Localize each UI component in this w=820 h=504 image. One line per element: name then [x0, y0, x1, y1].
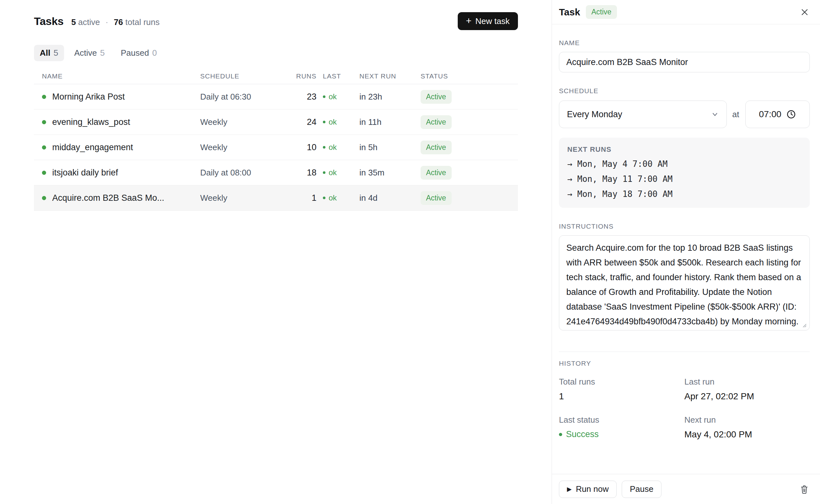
table-row[interactable]: Morning Arika Post Daily at 06:30 23 ok …	[34, 84, 518, 110]
tab-active-label: Active	[74, 48, 97, 58]
tab-paused[interactable]: Paused 0	[115, 45, 163, 61]
status-badge: Active	[421, 166, 452, 180]
total-runs-count: 76	[114, 17, 123, 27]
summary-separator: ·	[105, 17, 108, 27]
task-schedule: Weekly	[200, 193, 295, 203]
table-row[interactable]: evening_klaws_post Weekly 24 ok in 11h A…	[34, 110, 518, 135]
column-header-runs: RUNS	[295, 72, 316, 80]
close-icon	[800, 8, 809, 17]
page-title: Tasks	[34, 15, 63, 28]
trash-icon	[800, 484, 809, 494]
task-schedule: Daily at 06:30	[200, 92, 295, 102]
new-task-label: New task	[475, 16, 510, 26]
active-label: active	[78, 17, 100, 27]
pause-label: Pause	[630, 484, 654, 494]
next-runs-label: NEXT RUNS	[567, 145, 801, 154]
instructions-wrap: Search Acquire.com for the top 10 broad …	[559, 235, 810, 330]
task-next-run: in 23h	[359, 92, 421, 102]
table-header: NAME SCHEDULE RUNS LAST NEXT RUN STATUS	[34, 68, 518, 84]
column-header-next-run: NEXT RUN	[359, 72, 421, 80]
instructions-textarea[interactable]: Search Acquire.com for the top 10 broad …	[559, 235, 810, 330]
ok-dot-icon	[323, 121, 325, 123]
table-row[interactable]: midday_engagement Weekly 10 ok in 5h Act…	[34, 135, 518, 160]
panel-title: Task	[559, 7, 580, 18]
delete-button[interactable]	[798, 483, 810, 496]
app: Tasks 5 active · 76 total runs + New tas…	[0, 0, 820, 504]
task-name: itsjoaki daily brief	[52, 168, 118, 178]
new-task-button[interactable]: + New task	[458, 12, 518, 30]
success-dot-icon	[559, 433, 562, 436]
task-name-value: Acquire.com B2B SaaS Monitor	[566, 57, 688, 67]
panel-actions: ▶ Run now Pause	[552, 474, 820, 504]
chevron-down-icon	[711, 110, 719, 118]
schedule-field-label: SCHEDULE	[559, 87, 810, 95]
next-run-item: → Mon, May 11 7:00 AM	[567, 174, 801, 184]
close-button[interactable]	[799, 6, 810, 18]
task-runs: 23	[295, 92, 316, 102]
at-label: at	[732, 110, 739, 119]
schedule-select[interactable]: Every Monday	[559, 101, 727, 128]
task-runs: 24	[295, 117, 316, 127]
next-run-label: Next run	[685, 415, 810, 425]
task-status-dot-icon	[42, 145, 46, 150]
tab-paused-label: Paused	[121, 48, 149, 58]
task-name: evening_klaws_post	[52, 117, 130, 127]
resize-grip-icon[interactable]	[802, 323, 807, 328]
task-status-dot-icon	[42, 196, 46, 200]
column-header-schedule: SCHEDULE	[200, 72, 295, 80]
task-runs: 1	[295, 193, 316, 203]
history-total-runs: Total runs 1	[559, 377, 685, 402]
task-detail-panel: Task Active NAME Acquire.com B2B SaaS Mo…	[552, 0, 820, 504]
status-badge: Active	[421, 115, 452, 129]
time-value: 07:00	[759, 109, 781, 119]
play-icon: ▶	[567, 486, 572, 492]
schedule-row: Every Monday at 07:00	[559, 101, 810, 128]
last-status-value: Success	[566, 429, 599, 439]
task-runs: 10	[295, 142, 316, 152]
task-name: Acquire.com B2B SaaS Mo...	[52, 193, 164, 203]
table-row-selected[interactable]: Acquire.com B2B SaaS Mo... Weekly 1 ok i…	[34, 185, 518, 211]
status-badge: Active	[421, 90, 452, 104]
table-row[interactable]: itsjoaki daily brief Daily at 08:00 18 o…	[34, 160, 518, 185]
ok-dot-icon	[323, 146, 325, 149]
task-next-run: in 5h	[359, 142, 421, 152]
column-header-name: NAME	[42, 72, 200, 80]
ok-dot-icon	[323, 95, 325, 98]
task-next-run: in 4d	[359, 193, 421, 203]
task-last-status: ok	[329, 168, 337, 177]
filter-tabs: All 5 Active 5 Paused 0	[34, 45, 518, 61]
history-last-run: Last run Apr 27, 02:02 PM	[685, 377, 810, 402]
tasks-summary: 5 active · 76 total runs	[71, 17, 159, 27]
tab-active[interactable]: Active 5	[69, 45, 110, 61]
run-now-label: Run now	[576, 484, 609, 494]
time-input[interactable]: 07:00	[745, 101, 810, 128]
task-name-input[interactable]: Acquire.com B2B SaaS Monitor	[559, 52, 810, 72]
instructions-field-label: INSTRUCTIONS	[559, 223, 810, 230]
column-header-last: LAST	[316, 72, 359, 80]
pause-button[interactable]: Pause	[622, 481, 662, 498]
run-now-button[interactable]: ▶ Run now	[559, 481, 617, 498]
task-name: midday_engagement	[52, 142, 133, 152]
task-next-run: in 11h	[359, 117, 421, 127]
total-runs-label: total runs	[125, 17, 159, 27]
history-last-status: Last status Success	[559, 415, 685, 440]
task-schedule: Weekly	[200, 142, 295, 152]
last-status-label: Last status	[559, 415, 685, 425]
schedule-select-value: Every Monday	[567, 110, 622, 119]
tasks-table: NAME SCHEDULE RUNS LAST NEXT RUN STATUS …	[34, 68, 518, 211]
tab-all[interactable]: All 5	[34, 45, 64, 61]
task-last-status: ok	[329, 193, 337, 202]
task-last-status: ok	[329, 118, 337, 126]
plus-icon: +	[466, 16, 472, 26]
total-runs-value: 1	[559, 391, 685, 402]
main-header: Tasks 5 active · 76 total runs + New tas…	[34, 12, 518, 30]
task-runs: 18	[295, 168, 316, 178]
ok-dot-icon	[323, 171, 325, 174]
panel-header: Task Active	[552, 0, 820, 24]
task-schedule: Daily at 08:00	[200, 168, 295, 178]
next-run-item: → Mon, May 18 7:00 AM	[567, 189, 801, 199]
tasks-main: Tasks 5 active · 76 total runs + New tas…	[0, 0, 552, 504]
tab-all-label: All	[40, 48, 50, 58]
last-run-value: Apr 27, 02:02 PM	[685, 391, 810, 402]
panel-body: NAME Acquire.com B2B SaaS Monitor SCHEDU…	[552, 24, 820, 440]
